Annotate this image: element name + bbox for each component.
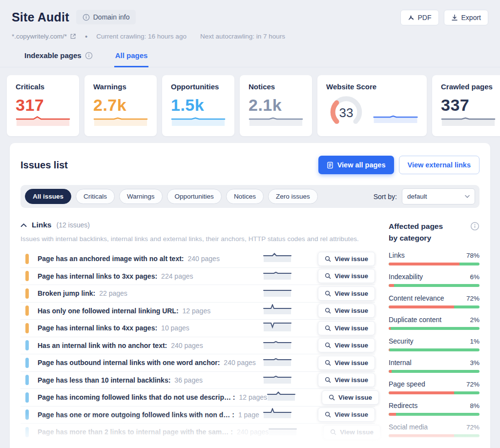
- pdf-button[interactable]: PDF: [400, 10, 439, 25]
- magnifier-icon: [325, 411, 331, 418]
- stat-card[interactable]: Warnings 2.7k: [84, 75, 157, 136]
- pdf-button-label: PDF: [418, 14, 432, 21]
- stat-card-sparkline: [93, 115, 148, 130]
- category-item[interactable]: Duplicate content 2%: [389, 316, 479, 330]
- filter-pill-zero-issues[interactable]: Zero issues: [268, 189, 318, 204]
- issue-count: 12 pages: [183, 307, 211, 315]
- view-issue-button[interactable]: View issue: [318, 373, 375, 387]
- domain-info-button[interactable]: Domain info: [76, 10, 136, 24]
- magnifier-icon: [329, 394, 335, 401]
- filter-pill-criticals[interactable]: Criticals: [76, 189, 115, 204]
- filter-pill-all-issues[interactable]: All issues: [25, 189, 71, 204]
- category-label: Social media: [389, 423, 428, 431]
- filter-pill-warnings[interactable]: Warnings: [119, 189, 163, 204]
- affected-panel-title: Affected pages by category: [389, 221, 452, 244]
- tab-label: Indexable pages: [24, 51, 82, 60]
- category-label: Page speed: [389, 380, 425, 388]
- category-percent: 78%: [466, 252, 479, 259]
- website-score-card[interactable]: Website Score 33: [317, 75, 427, 136]
- category-item[interactable]: Internal 3%: [389, 359, 479, 373]
- category-item[interactable]: Security 1%: [389, 337, 479, 351]
- category-percent: 72%: [466, 445, 479, 448]
- stat-card[interactable]: Opportunities 1.5k: [162, 75, 234, 136]
- category-item[interactable]: Code validation 72%: [389, 445, 479, 448]
- category-item[interactable]: Redirects 8%: [389, 402, 479, 416]
- view-issue-label: View issue: [334, 290, 368, 297]
- view-issue-button[interactable]: View issue: [318, 338, 375, 352]
- stat-card[interactable]: Notices 2.1k: [240, 75, 312, 136]
- view-issue-button[interactable]: View issue: [318, 407, 375, 422]
- view-issue-button[interactable]: View issue: [318, 286, 375, 301]
- category-progress-bar: [389, 263, 479, 265]
- external-link-icon: [70, 33, 76, 40]
- magnifier-icon: [325, 325, 331, 331]
- domain-info-label: Domain info: [93, 13, 130, 21]
- issue-row: Page has internal links to 3xx pages: 22…: [21, 268, 375, 285]
- category-progress-bar: [389, 348, 479, 351]
- view-issue-button[interactable]: View issue: [318, 304, 375, 318]
- stat-card-value: 2.7k: [93, 96, 148, 115]
- stat-card[interactable]: Criticals 317: [7, 75, 79, 136]
- category-label: Links: [389, 251, 405, 259]
- view-issue-button[interactable]: View issue: [322, 390, 379, 405]
- issue-label: Page has incoming followed links that do…: [38, 393, 235, 401]
- export-button[interactable]: Export: [444, 10, 488, 25]
- view-all-pages-button[interactable]: View all pages: [318, 156, 394, 174]
- category-item[interactable]: Social media 72%: [389, 423, 479, 437]
- category-item[interactable]: Content relevance 72%: [389, 294, 479, 308]
- issue-label: Page has internal links to 3xx pages:: [38, 272, 157, 280]
- issue-row: Page has less than 10 internal backlinks…: [21, 372, 375, 389]
- issue-row: Page has more than 2 links to internal p…: [21, 424, 375, 441]
- category-item[interactable]: Links 78%: [389, 251, 479, 265]
- category-label: Security: [389, 337, 414, 345]
- stat-card-sparkline: [249, 115, 303, 130]
- magnifier-icon: [325, 377, 331, 383]
- category-item[interactable]: Page speed 72%: [389, 380, 479, 394]
- view-issue-button[interactable]: View issue: [318, 321, 375, 335]
- severity-bar: [25, 392, 29, 403]
- filter-pill-opportunities[interactable]: Opportunities: [167, 189, 222, 204]
- issue-sparkline: [263, 321, 292, 335]
- view-issue-label: View issue: [334, 255, 368, 263]
- category-progress-bar: [389, 327, 479, 330]
- issue-count: 240 pages: [237, 428, 269, 436]
- view-issue-button[interactable]: View issue: [318, 269, 375, 283]
- category-label: Code validation: [389, 445, 436, 448]
- domain-text: *.copywritely.com/*: [12, 33, 67, 40]
- stat-card-value: 1.5k: [171, 96, 226, 115]
- category-progress-bar: [389, 413, 479, 416]
- category-label: Content relevance: [389, 294, 444, 302]
- tab-indexable-pages[interactable]: Indexable pages: [23, 48, 94, 67]
- tab-all-pages[interactable]: All pages: [114, 48, 149, 67]
- stat-card[interactable]: Crawled pages 337: [432, 75, 500, 136]
- page-header: Site Audit Domain info PDF Export: [0, 0, 500, 25]
- issue-sparkline: [263, 252, 292, 265]
- view-external-links-button[interactable]: View external links: [399, 156, 480, 174]
- stat-card-label: Website Score: [326, 82, 418, 91]
- view-issue-label: View issue: [334, 411, 368, 418]
- sort-by-label: Sort by:: [374, 193, 397, 201]
- view-issue-button[interactable]: View issue: [318, 252, 375, 266]
- view-issue-button[interactable]: View issue: [318, 356, 375, 370]
- category-progress-bar: [389, 370, 479, 373]
- audited-domain[interactable]: *.copywritely.com/*: [12, 33, 76, 40]
- info-icon[interactable]: [470, 222, 479, 231]
- category-percent: 72%: [466, 381, 479, 388]
- category-item[interactable]: Indexability 6%: [389, 273, 479, 287]
- issue-count: 36 pages: [174, 376, 203, 384]
- score-value: 33: [326, 93, 366, 130]
- download-icon: [451, 14, 458, 21]
- category-label: Internal: [389, 359, 412, 367]
- issue-label: Has only one followed internal linking U…: [38, 307, 179, 315]
- sort-select[interactable]: default: [402, 188, 475, 204]
- filter-pill-notices[interactable]: Notices: [226, 189, 264, 204]
- severity-bar: [25, 288, 29, 299]
- issue-sparkline: [263, 304, 292, 318]
- chevron-up-icon[interactable]: [21, 223, 27, 227]
- issue-sparkline: [267, 390, 295, 404]
- view-issue-button[interactable]: View issue: [323, 425, 380, 439]
- section-title[interactable]: Links: [32, 221, 51, 229]
- severity-bar: [25, 427, 29, 437]
- stat-card-value: 337: [441, 96, 496, 115]
- stat-card-sparkline: [441, 115, 496, 130]
